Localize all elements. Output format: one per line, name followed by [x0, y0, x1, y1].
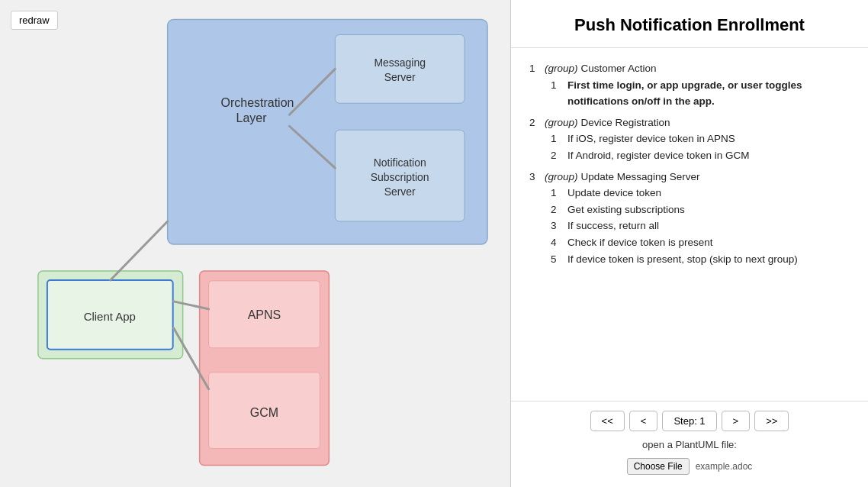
svg-text:Orchestration: Orchestration — [221, 96, 294, 109]
last-button[interactable]: >> — [754, 411, 789, 431]
step-group-label-1: 1 (group) Customer Action — [529, 60, 850, 77]
svg-text:Layer: Layer — [236, 111, 268, 124]
step-group-tag-2: (group) — [545, 114, 578, 131]
next-button[interactable]: > — [722, 411, 751, 431]
sub-step-3-3: 3 If success, return all — [551, 218, 850, 234]
sub-step-text-2-2: If Android, register device token in GCM — [567, 147, 750, 164]
sub-step-3-4: 4 Check if device token is present — [551, 234, 850, 251]
step-num-2: 2 — [529, 114, 542, 131]
sub-step-text-3-2: Get existing subscriptions — [567, 202, 685, 218]
diagram-panel: redraw Orchestration Layer Messaging Ser… — [0, 0, 511, 487]
sub-step-num-2-2: 2 — [551, 147, 563, 164]
step-num-1: 1 — [529, 60, 542, 77]
file-prompt-label: open a PlantUML file: — [642, 439, 737, 450]
svg-text:Messaging: Messaging — [374, 56, 426, 69]
right-panel: Push Notification Enrollment 1 (group) C… — [511, 0, 868, 487]
sub-step-num-3-4: 4 — [551, 234, 563, 251]
step-group-tag-3: (group) — [545, 169, 578, 185]
sub-step-num-3-5: 5 — [551, 251, 563, 268]
first-button[interactable]: << — [590, 411, 625, 431]
file-name-label: example.adoc — [696, 461, 753, 472]
svg-text:GCM: GCM — [250, 406, 278, 419]
svg-text:Server: Server — [384, 185, 416, 198]
sub-steps-3: 1 Update device token 2 Get existing sub… — [551, 185, 850, 267]
sub-step-3-5: 5 If device token is present, stop (skip… — [551, 251, 850, 268]
sub-step-2-1: 1 If iOS, register device token in APNS — [551, 131, 850, 147]
step-group-name-1: Customer Action — [581, 60, 657, 77]
step-num-3: 3 — [529, 169, 542, 185]
sub-step-text-3-1: Update device token — [567, 185, 661, 202]
file-input-row: Choose File example.adoc — [627, 458, 753, 475]
svg-text:Client App: Client App — [84, 310, 136, 323]
sub-step-1-1: 1 First time login, or app upgrade, or u… — [551, 77, 850, 110]
sub-step-num-3-2: 2 — [551, 202, 563, 218]
sub-steps-1: 1 First time login, or app upgrade, or u… — [551, 77, 850, 110]
sub-step-num-3-1: 1 — [551, 185, 563, 202]
step-group-label-3: 3 (group) Update Messaging Server — [529, 169, 850, 185]
svg-text:Server: Server — [384, 71, 416, 83]
step-group-name-2: Device Registration — [581, 114, 670, 131]
file-row: open a PlantUML file: — [642, 439, 737, 450]
step-group-3: 3 (group) Update Messaging Server 1 Upda… — [529, 169, 850, 268]
step-group-name-3: Update Messaging Server — [581, 169, 700, 185]
step-group-label-2: 2 (group) Device Registration — [529, 114, 850, 131]
sub-step-text-3-3: If success, return all — [567, 218, 659, 234]
prev-button[interactable]: < — [629, 411, 658, 431]
step-group-2: 2 (group) Device Registration 1 If iOS, … — [529, 114, 850, 164]
page-title: Push Notification Enrollment — [511, 0, 868, 48]
sub-step-3-2: 2 Get existing subscriptions — [551, 202, 850, 218]
sub-step-text-3-4: Check if device token is present — [567, 234, 713, 251]
svg-text:APNS: APNS — [248, 308, 281, 321]
sub-step-num-1-1: 1 — [551, 77, 563, 110]
sub-step-text-2-1: If iOS, register device token in APNS — [567, 131, 735, 147]
step-indicator: Step: 1 — [662, 411, 716, 431]
steps-container: 1 (group) Customer Action 1 First time l… — [511, 48, 868, 402]
sub-step-text-3-5: If device token is present, stop (skip t… — [567, 251, 798, 268]
sub-steps-2: 1 If iOS, register device token in APNS … — [551, 131, 850, 163]
nav-buttons: << < Step: 1 > >> — [590, 411, 789, 431]
redraw-button[interactable]: redraw — [11, 11, 58, 30]
diagram-area: Orchestration Layer Messaging Server Not… — [0, 0, 510, 487]
choose-file-button[interactable]: Choose File — [627, 458, 690, 475]
sub-step-num-2-1: 1 — [551, 131, 563, 147]
step-group-tag-1: (group) — [545, 60, 578, 77]
sub-step-2-2: 2 If Android, register device token in G… — [551, 147, 850, 164]
sub-step-num-3-3: 3 — [551, 218, 563, 234]
step-group-1: 1 (group) Customer Action 1 First time l… — [529, 60, 850, 110]
svg-text:Subscription: Subscription — [371, 171, 429, 183]
sub-step-text-1-1: First time login, or app upgrade, or use… — [567, 77, 850, 110]
bottom-controls: << < Step: 1 > >> open a PlantUML file: … — [511, 402, 868, 487]
svg-text:Notification: Notification — [374, 156, 426, 169]
sub-step-3-1: 1 Update device token — [551, 185, 850, 202]
